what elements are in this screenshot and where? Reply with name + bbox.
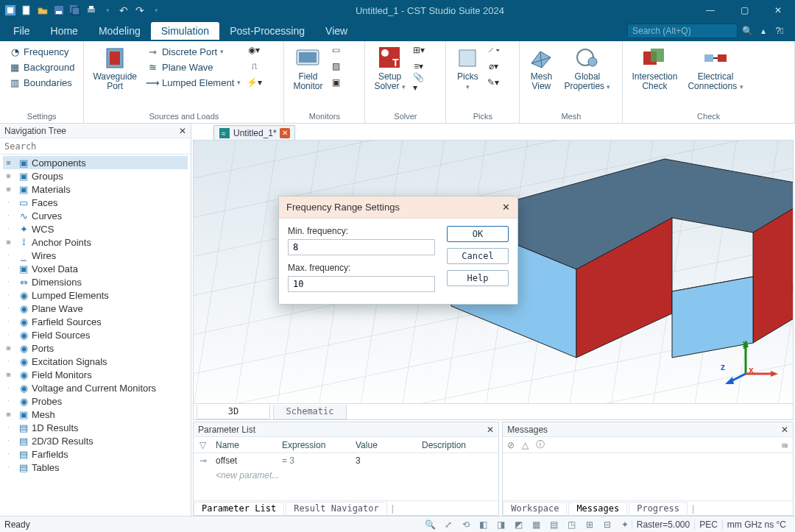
sb-view5-icon[interactable]: ▤ [548,519,561,530]
sb-view3-icon[interactable]: ◩ [512,519,526,530]
plane-wave-button[interactable]: ≋Plane Wave [144,60,244,74]
picks-extra-icon-1[interactable]: ⟋▾ [487,44,499,56]
param-header-name[interactable]: Name [210,440,276,450]
tab-messages[interactable]: Messages [568,502,627,514]
save-icon[interactable] [53,4,65,16]
source-extra-icon-2[interactable]: ⎍ [248,60,260,72]
source-extra-icon-3[interactable]: ⚡▾ [248,77,260,88]
electrical-connections-button[interactable]: Electrical Connections ▾ [685,44,746,93]
sb-reset-icon[interactable]: ⟲ [459,519,473,530]
undo-icon[interactable]: ↶ [118,4,130,16]
tree-item-probes[interactable]: ·◉Probes [3,394,188,408]
tab-file[interactable]: File [3,22,40,40]
tree-item-plane-wave[interactable]: ·◉Plane Wave [3,302,188,315]
param-row[interactable]: ⊸ offset = 3 3 [194,453,498,468]
param-header-value[interactable]: Value [350,440,416,450]
tree-item-groups[interactable]: ⊞▣Groups [3,169,188,182]
tree-item-anchor-points[interactable]: ⊞⟟Anchor Points [3,235,188,249]
help-button[interactable]: Help [447,270,509,286]
sb-fit-icon[interactable]: ⤢ [442,519,455,530]
view-tab-3d[interactable]: 3D [197,405,270,419]
tree-item-1d-results[interactable]: ·▤1D Results [3,421,188,434]
boundaries-button[interactable]: ▥Boundaries [6,75,77,90]
picks-extra-icon-2[interactable]: ⌀▾ [487,60,499,72]
param-cell-expression[interactable]: = 3 [276,455,350,466]
tree-item-faces[interactable]: ·▭Faces [3,196,188,209]
sb-view8-icon[interactable]: ⊟ [601,519,614,530]
param-header-description[interactable]: Description [416,440,472,450]
param-new-row[interactable]: <new paramet... [194,468,498,483]
new-icon[interactable] [21,4,32,16]
nav-search-input[interactable] [0,140,191,153]
frequency-button[interactable]: ◔Frequency [6,44,77,59]
tree-item-2d-3d-results[interactable]: ·▤2D/3D Results [3,434,188,447]
tree-item-materials[interactable]: ⊞▣Materials [3,182,188,196]
tree-item-voxel-data[interactable]: ·▣Voxel Data [3,262,188,275]
minimize-button[interactable]: — [693,0,727,21]
min-frequency-input[interactable] [288,239,435,255]
sb-view1-icon[interactable]: ◧ [477,519,490,530]
doc-tab-close-icon[interactable]: ✕ [280,128,290,138]
tree-item-farfields[interactable]: ·▤Farfields [3,447,188,461]
tab-progress[interactable]: Progress [629,502,688,514]
ok-button[interactable]: OK [447,226,509,242]
tab-post-processing[interactable]: Post-Processing [219,22,315,40]
waveguide-port-button[interactable]: Waveguide Port [90,44,140,93]
messages-panel-close-icon[interactable]: ✕ [781,425,788,435]
sb-view9-icon[interactable]: ✦ [618,519,632,530]
solver-extra-icon-2[interactable]: ≡▾ [413,60,425,72]
msg-warning-icon[interactable]: △ [522,440,529,450]
tree-item-curves[interactable]: ·∿Curves [3,209,188,222]
cancel-button[interactable]: Cancel [447,248,509,264]
tree-item-field-monitors[interactable]: ⊞◉Field Monitors [3,368,188,381]
tree-item-tables[interactable]: ·▤Tables [3,461,188,474]
mesh-view-button[interactable]: Mesh View [526,44,556,93]
tab-home[interactable]: Home [40,22,88,40]
nav-close-icon[interactable]: ✕ [179,126,186,136]
tab-modeling[interactable]: Modeling [88,22,151,40]
tab-view[interactable]: View [315,22,358,40]
redo-icon[interactable]: ↷ [134,4,146,16]
tab-parameter-list[interactable]: Parameter List [194,502,284,514]
doc-tab-untitled[interactable]: ≈ Untitled_1* ✕ [213,125,295,140]
intersection-check-button[interactable]: Intersection Check [629,44,680,93]
sb-view4-icon[interactable]: ▦ [530,519,543,530]
sb-zoom-icon[interactable]: 🔍 [424,519,437,530]
msg-error-icon[interactable]: ⊘ [507,440,515,450]
maximize-button[interactable]: ▢ [727,0,761,21]
save-all-icon[interactable] [69,4,81,16]
max-frequency-input[interactable] [288,276,435,292]
search-input[interactable]: Search (Alt+Q) [627,24,738,38]
param-header-expression[interactable]: Expression [276,440,350,450]
qat-dropdown-icon[interactable]: ▾ [102,4,113,16]
msg-clear-icon[interactable]: ≡̵ [781,440,788,450]
param-pin-icon[interactable]: ⊸ [194,455,210,466]
tree-item-field-sources[interactable]: ·◉Field Sources [3,328,188,341]
msg-info-icon[interactable]: ⓘ [536,439,545,451]
background-button[interactable]: ▦Background [6,60,77,74]
dialog-close-icon[interactable]: ✕ [502,202,510,213]
picks-button[interactable]: Picks▾ [452,44,483,93]
tab-result-navigator[interactable]: Result Navigator [286,502,387,514]
tree-item-dimensions[interactable]: ·⇔Dimensions [3,275,188,288]
open-icon[interactable] [37,4,49,16]
lumped-element-button[interactable]: ⟿Lumped Element ▾ [144,75,244,90]
close-button[interactable]: ✕ [761,0,795,21]
tree-item-voltage-and-current-monitors[interactable]: ·◉Voltage and Current Monitors [3,381,188,394]
tree-item-farfield-sources[interactable]: ·◉Farfield Sources [3,315,188,328]
picks-extra-icon-3[interactable]: ✎▾ [487,77,499,88]
sb-view7-icon[interactable]: ⊞ [583,519,596,530]
param-panel-close-icon[interactable]: ✕ [487,425,494,435]
monitor-extra-icon-3[interactable]: ▣ [330,77,342,88]
search-icon[interactable]: 🔍 [741,24,754,38]
setup-solver-button[interactable]: T Setup Solver ▾ [371,44,408,93]
monitor-extra-icon-1[interactable]: ▭ [330,44,342,56]
discrete-port-button[interactable]: ⊸Discrete Port ▾ [144,44,244,59]
cst-app-icon[interactable] [4,4,16,16]
redo-dropdown-icon[interactable]: ▾ [150,4,162,16]
tree-item-ports[interactable]: ⊞◉Ports [3,341,188,355]
tab-workspace[interactable]: Workspace [503,502,567,514]
tree-item-wcs[interactable]: ·✦WCS [3,222,188,235]
tree-item-components[interactable]: ⊞▣Components [3,156,188,169]
sb-view2-icon[interactable]: ◨ [495,519,508,530]
